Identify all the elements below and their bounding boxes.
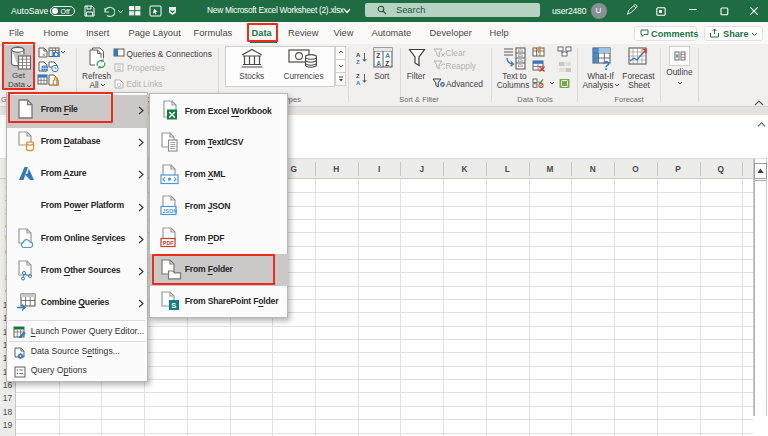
svg-text:A: A (376, 60, 381, 67)
svg-text:A: A (356, 79, 361, 85)
svg-text:S: S (171, 301, 176, 310)
svg-text:Z: Z (376, 52, 380, 59)
svg-text:Z: Z (356, 72, 360, 78)
svg-text:A: A (385, 52, 390, 59)
svg-text:A: A (356, 52, 361, 58)
svg-text:Z: Z (385, 60, 389, 67)
svg-text:Z: Z (356, 59, 360, 65)
svg-text:?: ? (602, 58, 609, 70)
svg-text:JSON: JSON (163, 208, 178, 214)
svg-text:PDF: PDF (163, 240, 174, 246)
